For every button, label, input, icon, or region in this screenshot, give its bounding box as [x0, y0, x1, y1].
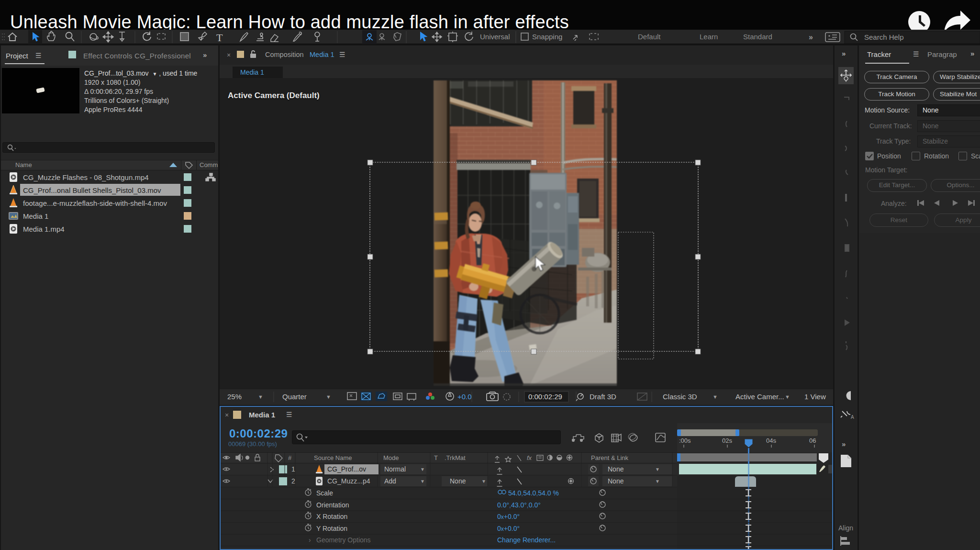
- svg-text:▼: ▼: [713, 394, 718, 400]
- svg-text:CG_Muzz...p4: CG_Muzz...p4: [327, 477, 370, 485]
- svg-text:Classic 3D: Classic 3D: [663, 393, 697, 401]
- svg-text:#: #: [288, 454, 292, 461]
- svg-text:Orientation: Orientation: [316, 501, 349, 509]
- svg-text:Source Name: Source Name: [314, 454, 352, 461]
- svg-text:▼: ▼: [655, 467, 660, 472]
- svg-text:25%: 25%: [227, 393, 242, 401]
- svg-text:Change Renderer...: Change Renderer...: [497, 536, 556, 544]
- svg-text:Media 1.mp4: Media 1.mp4: [23, 225, 65, 233]
- svg-text:0:00:02:29: 0:00:02:29: [528, 393, 562, 401]
- svg-text:X Rotation: X Rotation: [316, 513, 347, 520]
- svg-text:▼: ▼: [258, 394, 263, 400]
- svg-text:Add: Add: [384, 477, 396, 485]
- svg-text:Search Help: Search Help: [864, 33, 904, 41]
- svg-text:CG_Prof...onal Bullet Shells_P: CG_Prof...onal Bullet Shells_Pistol_03.m…: [23, 186, 161, 194]
- svg-text:0.0°,43.0°,0.0°: 0.0°,43.0°,0.0°: [497, 501, 541, 509]
- svg-text:T: T: [434, 454, 438, 461]
- svg-text:Quarter: Quarter: [282, 393, 307, 401]
- svg-text:0x+0.0°: 0x+0.0°: [497, 525, 520, 532]
- svg-text:Mode: Mode: [383, 454, 399, 461]
- svg-text:+0.0: +0.0: [457, 393, 472, 401]
- svg-text:54.0,54.0,54.0 %: 54.0,54.0,54.0 %: [508, 489, 559, 497]
- svg-text:Parent & Link: Parent & Link: [591, 454, 629, 461]
- svg-text::00s: :00s: [679, 437, 691, 444]
- svg-text:CG_Prof...ov: CG_Prof...ov: [327, 465, 366, 473]
- svg-text:›: ›: [309, 536, 311, 544]
- svg-text:Snapping: Snapping: [532, 33, 562, 41]
- svg-text:Y Rotation: Y Rotation: [316, 525, 347, 532]
- svg-text:Standard: Standard: [743, 33, 772, 41]
- svg-text:▼: ▼: [655, 479, 660, 484]
- svg-text:▼: ▼: [420, 467, 425, 472]
- svg-text:▼: ▼: [481, 479, 486, 484]
- svg-text:A: A: [851, 415, 854, 420]
- svg-text:»: »: [842, 440, 846, 448]
- svg-text:1: 1: [291, 465, 295, 473]
- svg-text:▼: ▼: [420, 479, 425, 484]
- svg-text:None: None: [450, 477, 466, 485]
- svg-text:Draft 3D: Draft 3D: [590, 393, 616, 401]
- svg-text:Active Camer...: Active Camer...: [735, 393, 784, 401]
- svg-text:None: None: [608, 477, 624, 485]
- svg-text:Geometry Options: Geometry Options: [316, 536, 371, 544]
- svg-text:T: T: [216, 32, 223, 44]
- svg-text:02s: 02s: [722, 437, 732, 444]
- svg-text:Media 1: Media 1: [23, 212, 48, 220]
- svg-text:»: »: [809, 33, 813, 41]
- svg-text:Default: Default: [638, 33, 661, 41]
- svg-text:Universal: Universal: [480, 33, 510, 41]
- svg-text:Normal: Normal: [384, 465, 406, 473]
- svg-text:▼: ▼: [326, 394, 331, 400]
- svg-text:0x+0.0°: 0x+0.0°: [497, 513, 520, 520]
- svg-text:1 View: 1 View: [804, 393, 826, 401]
- svg-text:▼: ▼: [785, 394, 790, 400]
- svg-text:footage...e-muzzleflash-side-w: footage...e-muzzleflash-side-with-shell-…: [23, 199, 167, 207]
- svg-text:None: None: [608, 465, 624, 473]
- svg-text:04s: 04s: [766, 437, 776, 444]
- svg-text:Learn: Learn: [700, 33, 718, 41]
- svg-text:2: 2: [291, 477, 295, 485]
- svg-text:06: 06: [809, 437, 816, 444]
- svg-text:fx: fx: [527, 454, 532, 461]
- svg-text:Scale: Scale: [316, 489, 333, 497]
- svg-text:CG_Muzzle Flashes - 08_Shotgun: CG_Muzzle Flashes - 08_Shotgun.mp4: [23, 173, 149, 181]
- svg-text:.TrkMat: .TrkMat: [445, 454, 466, 461]
